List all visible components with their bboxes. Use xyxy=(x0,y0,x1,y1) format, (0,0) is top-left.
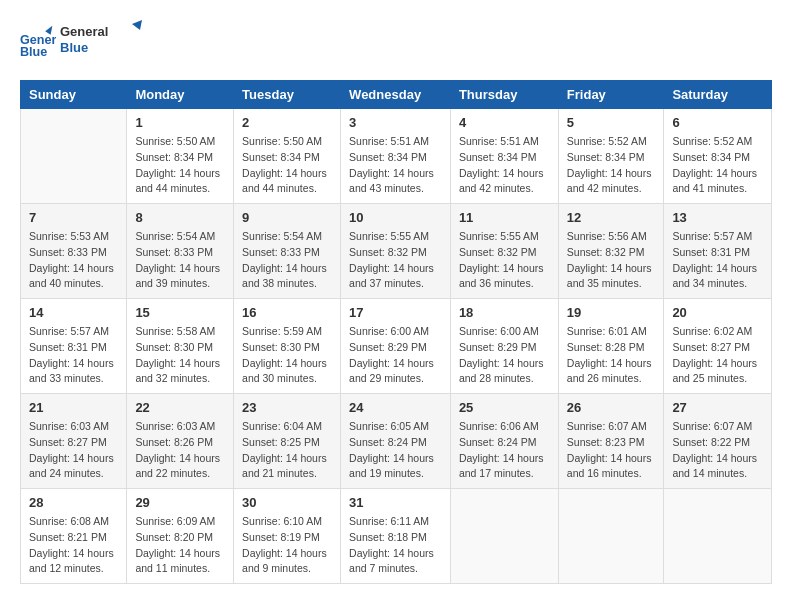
calendar-cell: 20Sunrise: 6:02 AM Sunset: 8:27 PM Dayli… xyxy=(664,299,772,394)
day-info: Sunrise: 5:55 AM Sunset: 8:32 PM Dayligh… xyxy=(459,229,550,292)
logo-icon: General Blue xyxy=(20,24,56,60)
day-number: 30 xyxy=(242,495,332,510)
day-info: Sunrise: 6:05 AM Sunset: 8:24 PM Dayligh… xyxy=(349,419,442,482)
calendar-cell: 17Sunrise: 6:00 AM Sunset: 8:29 PM Dayli… xyxy=(341,299,451,394)
calendar-cell: 11Sunrise: 5:55 AM Sunset: 8:32 PM Dayli… xyxy=(450,204,558,299)
day-number: 11 xyxy=(459,210,550,225)
day-info: Sunrise: 6:08 AM Sunset: 8:21 PM Dayligh… xyxy=(29,514,118,577)
calendar-cell: 28Sunrise: 6:08 AM Sunset: 8:21 PM Dayli… xyxy=(21,489,127,584)
calendar-cell: 15Sunrise: 5:58 AM Sunset: 8:30 PM Dayli… xyxy=(127,299,234,394)
day-info: Sunrise: 5:51 AM Sunset: 8:34 PM Dayligh… xyxy=(459,134,550,197)
calendar-cell: 29Sunrise: 6:09 AM Sunset: 8:20 PM Dayli… xyxy=(127,489,234,584)
weekday-header-friday: Friday xyxy=(558,81,664,109)
calendar-cell: 3Sunrise: 5:51 AM Sunset: 8:34 PM Daylig… xyxy=(341,109,451,204)
day-info: Sunrise: 5:57 AM Sunset: 8:31 PM Dayligh… xyxy=(672,229,763,292)
day-number: 3 xyxy=(349,115,442,130)
calendar-cell xyxy=(450,489,558,584)
calendar-table: SundayMondayTuesdayWednesdayThursdayFrid… xyxy=(20,80,772,584)
calendar-cell: 27Sunrise: 6:07 AM Sunset: 8:22 PM Dayli… xyxy=(664,394,772,489)
day-info: Sunrise: 5:55 AM Sunset: 8:32 PM Dayligh… xyxy=(349,229,442,292)
calendar-cell: 10Sunrise: 5:55 AM Sunset: 8:32 PM Dayli… xyxy=(341,204,451,299)
page-header: General Blue General Blue xyxy=(20,20,772,64)
day-info: Sunrise: 6:07 AM Sunset: 8:23 PM Dayligh… xyxy=(567,419,656,482)
day-number: 6 xyxy=(672,115,763,130)
svg-marker-5 xyxy=(132,20,142,30)
calendar-cell: 8Sunrise: 5:54 AM Sunset: 8:33 PM Daylig… xyxy=(127,204,234,299)
day-number: 19 xyxy=(567,305,656,320)
day-info: Sunrise: 6:03 AM Sunset: 8:26 PM Dayligh… xyxy=(135,419,225,482)
day-number: 7 xyxy=(29,210,118,225)
day-number: 4 xyxy=(459,115,550,130)
calendar-cell: 26Sunrise: 6:07 AM Sunset: 8:23 PM Dayli… xyxy=(558,394,664,489)
day-info: Sunrise: 6:04 AM Sunset: 8:25 PM Dayligh… xyxy=(242,419,332,482)
weekday-header-row: SundayMondayTuesdayWednesdayThursdayFrid… xyxy=(21,81,772,109)
day-info: Sunrise: 6:07 AM Sunset: 8:22 PM Dayligh… xyxy=(672,419,763,482)
day-number: 29 xyxy=(135,495,225,510)
calendar-cell: 9Sunrise: 5:54 AM Sunset: 8:33 PM Daylig… xyxy=(234,204,341,299)
day-info: Sunrise: 5:56 AM Sunset: 8:32 PM Dayligh… xyxy=(567,229,656,292)
day-info: Sunrise: 6:11 AM Sunset: 8:18 PM Dayligh… xyxy=(349,514,442,577)
weekday-header-wednesday: Wednesday xyxy=(341,81,451,109)
day-number: 27 xyxy=(672,400,763,415)
day-info: Sunrise: 5:52 AM Sunset: 8:34 PM Dayligh… xyxy=(567,134,656,197)
day-number: 31 xyxy=(349,495,442,510)
weekday-header-sunday: Sunday xyxy=(21,81,127,109)
day-info: Sunrise: 6:00 AM Sunset: 8:29 PM Dayligh… xyxy=(459,324,550,387)
logo: General Blue General Blue xyxy=(20,20,150,64)
day-info: Sunrise: 5:54 AM Sunset: 8:33 PM Dayligh… xyxy=(242,229,332,292)
day-info: Sunrise: 5:58 AM Sunset: 8:30 PM Dayligh… xyxy=(135,324,225,387)
weekday-header-tuesday: Tuesday xyxy=(234,81,341,109)
day-number: 25 xyxy=(459,400,550,415)
day-info: Sunrise: 5:51 AM Sunset: 8:34 PM Dayligh… xyxy=(349,134,442,197)
svg-text:Blue: Blue xyxy=(20,45,47,59)
day-number: 12 xyxy=(567,210,656,225)
calendar-cell: 18Sunrise: 6:00 AM Sunset: 8:29 PM Dayli… xyxy=(450,299,558,394)
calendar-cell: 22Sunrise: 6:03 AM Sunset: 8:26 PM Dayli… xyxy=(127,394,234,489)
logo-svg: General Blue xyxy=(60,20,150,60)
weekday-header-thursday: Thursday xyxy=(450,81,558,109)
day-info: Sunrise: 5:53 AM Sunset: 8:33 PM Dayligh… xyxy=(29,229,118,292)
day-number: 10 xyxy=(349,210,442,225)
day-number: 9 xyxy=(242,210,332,225)
calendar-cell: 31Sunrise: 6:11 AM Sunset: 8:18 PM Dayli… xyxy=(341,489,451,584)
calendar-cell xyxy=(558,489,664,584)
calendar-cell: 4Sunrise: 5:51 AM Sunset: 8:34 PM Daylig… xyxy=(450,109,558,204)
calendar-week-row: 21Sunrise: 6:03 AM Sunset: 8:27 PM Dayli… xyxy=(21,394,772,489)
calendar-week-row: 14Sunrise: 5:57 AM Sunset: 8:31 PM Dayli… xyxy=(21,299,772,394)
day-number: 28 xyxy=(29,495,118,510)
day-info: Sunrise: 5:50 AM Sunset: 8:34 PM Dayligh… xyxy=(135,134,225,197)
day-number: 21 xyxy=(29,400,118,415)
day-info: Sunrise: 5:50 AM Sunset: 8:34 PM Dayligh… xyxy=(242,134,332,197)
calendar-cell: 19Sunrise: 6:01 AM Sunset: 8:28 PM Dayli… xyxy=(558,299,664,394)
calendar-week-row: 28Sunrise: 6:08 AM Sunset: 8:21 PM Dayli… xyxy=(21,489,772,584)
weekday-header-saturday: Saturday xyxy=(664,81,772,109)
calendar-cell: 14Sunrise: 5:57 AM Sunset: 8:31 PM Dayli… xyxy=(21,299,127,394)
calendar-cell: 16Sunrise: 5:59 AM Sunset: 8:30 PM Dayli… xyxy=(234,299,341,394)
calendar-cell: 13Sunrise: 5:57 AM Sunset: 8:31 PM Dayli… xyxy=(664,204,772,299)
day-info: Sunrise: 5:59 AM Sunset: 8:30 PM Dayligh… xyxy=(242,324,332,387)
day-number: 20 xyxy=(672,305,763,320)
day-info: Sunrise: 6:00 AM Sunset: 8:29 PM Dayligh… xyxy=(349,324,442,387)
calendar-cell: 23Sunrise: 6:04 AM Sunset: 8:25 PM Dayli… xyxy=(234,394,341,489)
day-number: 15 xyxy=(135,305,225,320)
day-info: Sunrise: 6:06 AM Sunset: 8:24 PM Dayligh… xyxy=(459,419,550,482)
calendar-cell: 6Sunrise: 5:52 AM Sunset: 8:34 PM Daylig… xyxy=(664,109,772,204)
calendar-cell: 12Sunrise: 5:56 AM Sunset: 8:32 PM Dayli… xyxy=(558,204,664,299)
day-number: 18 xyxy=(459,305,550,320)
day-info: Sunrise: 5:52 AM Sunset: 8:34 PM Dayligh… xyxy=(672,134,763,197)
day-number: 16 xyxy=(242,305,332,320)
calendar-cell: 7Sunrise: 5:53 AM Sunset: 8:33 PM Daylig… xyxy=(21,204,127,299)
day-number: 14 xyxy=(29,305,118,320)
day-info: Sunrise: 6:10 AM Sunset: 8:19 PM Dayligh… xyxy=(242,514,332,577)
calendar-cell: 25Sunrise: 6:06 AM Sunset: 8:24 PM Dayli… xyxy=(450,394,558,489)
day-number: 13 xyxy=(672,210,763,225)
calendar-cell: 30Sunrise: 6:10 AM Sunset: 8:19 PM Dayli… xyxy=(234,489,341,584)
day-number: 1 xyxy=(135,115,225,130)
calendar-cell xyxy=(21,109,127,204)
day-info: Sunrise: 6:03 AM Sunset: 8:27 PM Dayligh… xyxy=(29,419,118,482)
day-info: Sunrise: 5:54 AM Sunset: 8:33 PM Dayligh… xyxy=(135,229,225,292)
day-info: Sunrise: 5:57 AM Sunset: 8:31 PM Dayligh… xyxy=(29,324,118,387)
calendar-week-row: 7Sunrise: 5:53 AM Sunset: 8:33 PM Daylig… xyxy=(21,204,772,299)
day-number: 24 xyxy=(349,400,442,415)
svg-text:General: General xyxy=(60,24,108,39)
